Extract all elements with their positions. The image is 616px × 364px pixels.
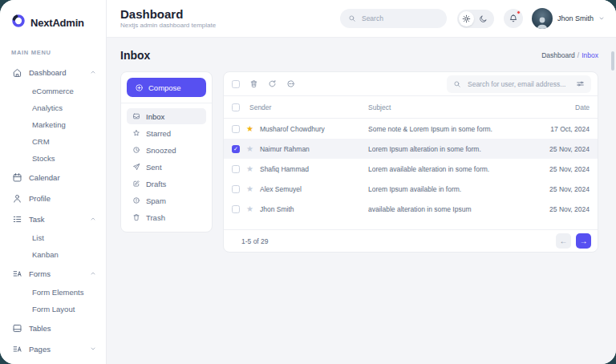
star-icon[interactable]: ★ bbox=[246, 125, 253, 133]
dark-mode-moon-icon[interactable] bbox=[474, 14, 492, 23]
star-icon[interactable]: ★ bbox=[246, 145, 253, 153]
task-icon bbox=[12, 214, 22, 224]
folder-trash[interactable]: Trash bbox=[127, 209, 206, 225]
mail-date: 25 Nov, 2024 bbox=[527, 165, 590, 173]
chevron-up-icon bbox=[90, 270, 96, 277]
sidebar-item-dashboard[interactable]: Dashboard bbox=[0, 62, 106, 83]
theme-toggle[interactable] bbox=[457, 10, 494, 28]
filter-sliders-icon[interactable] bbox=[576, 79, 585, 88]
tables-icon bbox=[12, 323, 22, 334]
sender-name: Naimur Rahman bbox=[260, 145, 310, 153]
sender-name: Jhon Smith bbox=[260, 205, 294, 213]
mail-folders-card: Compose Inbox Starred Snoozed bbox=[120, 71, 213, 233]
breadcrumb-separator: / bbox=[578, 51, 579, 59]
content-area: Inbox Dashboard/Inbox Compose Inbox bbox=[107, 38, 616, 364]
breadcrumb: Dashboard/Inbox bbox=[541, 51, 598, 59]
row-checkbox[interactable] bbox=[232, 185, 240, 193]
mail-search-input[interactable] bbox=[466, 79, 571, 89]
sidebar-item-profile[interactable]: Profile bbox=[0, 188, 106, 208]
app-title: Dashboard bbox=[120, 8, 216, 20]
folder-inbox[interactable]: Inbox bbox=[127, 108, 206, 124]
star-icon[interactable]: ★ bbox=[246, 185, 253, 193]
row-checkbox[interactable]: ✓ bbox=[232, 145, 240, 153]
page-title: Inbox bbox=[120, 49, 150, 62]
spacer bbox=[224, 219, 598, 229]
folder-sent[interactable]: Sent bbox=[127, 159, 206, 175]
chevron-up-icon bbox=[90, 216, 96, 222]
inbox-icon bbox=[132, 112, 140, 120]
search-icon bbox=[348, 14, 356, 22]
mail-date: 25 Nov, 2024 bbox=[527, 145, 590, 153]
breadcrumb-dashboard-link[interactable]: Dashboard bbox=[541, 51, 575, 59]
notification-dot bbox=[517, 10, 521, 14]
column-sender: Sender bbox=[249, 103, 271, 111]
sidebar-item-form-elements[interactable]: Form Elements bbox=[0, 284, 106, 301]
brand-logo-icon bbox=[11, 14, 26, 31]
sidebar-item-list[interactable]: List bbox=[0, 229, 106, 246]
search-icon bbox=[453, 80, 461, 88]
notifications-button[interactable] bbox=[504, 9, 523, 28]
compose-button[interactable]: Compose bbox=[127, 78, 206, 97]
plus-circle-icon bbox=[135, 83, 144, 92]
sidebar-item-stocks[interactable]: Stocks bbox=[0, 150, 106, 167]
sidebar-item-tables[interactable]: Tables bbox=[0, 317, 106, 338]
sidebar-section-label: MAIN MENU bbox=[11, 49, 95, 56]
sidebar-item-marketing[interactable]: Marketing bbox=[0, 116, 106, 133]
header-checkbox[interactable] bbox=[232, 103, 240, 111]
row-checkbox[interactable] bbox=[232, 165, 240, 173]
sidebar-item-analytics[interactable]: Analytics bbox=[0, 99, 106, 116]
mail-table-header: Sender Subject Date bbox=[224, 96, 598, 119]
avatar bbox=[532, 8, 553, 29]
more-options-icon[interactable] bbox=[286, 79, 295, 88]
user-menu[interactable]: Jhon Smith bbox=[532, 8, 605, 29]
prev-page-button[interactable]: ← bbox=[556, 233, 571, 249]
column-date: Date bbox=[527, 103, 590, 111]
star-icon bbox=[132, 129, 140, 137]
sidebar-item-task[interactable]: Task bbox=[0, 208, 106, 229]
sidebar-item-pages[interactable]: Pages bbox=[0, 338, 106, 359]
sidebar-item-kanban[interactable]: Kanban bbox=[0, 246, 106, 263]
sidebar-item-crm[interactable]: CRM bbox=[0, 133, 106, 150]
mail-row[interactable]: ★ Shafiq Hammad Lorem available alterati… bbox=[224, 159, 598, 179]
mail-row[interactable]: ✓ ★ Naimur Rahman Lorem Ipsum alteration… bbox=[224, 139, 598, 159]
row-checkbox[interactable] bbox=[232, 125, 240, 133]
star-icon[interactable]: ★ bbox=[246, 205, 253, 213]
scrollbar-thumb[interactable] bbox=[611, 51, 614, 71]
row-checkbox[interactable] bbox=[232, 205, 240, 213]
folder-spam[interactable]: Spam bbox=[127, 192, 206, 208]
global-search-input[interactable] bbox=[360, 14, 439, 23]
main-area: Dashboard Nextjs admin dashboard templat… bbox=[107, 0, 616, 364]
delete-icon[interactable] bbox=[249, 79, 258, 88]
mail-row[interactable]: ★ Alex Semuyel Lorem Ipsum available in … bbox=[224, 179, 598, 199]
refresh-icon[interactable] bbox=[268, 79, 277, 88]
mail-date: 25 Nov, 2024 bbox=[527, 185, 590, 193]
app-header-title-block: Dashboard Nextjs admin dashboard templat… bbox=[120, 8, 216, 29]
column-subject: Subject bbox=[368, 103, 527, 111]
next-page-button[interactable]: → bbox=[576, 233, 591, 249]
brand-logo[interactable]: NextAdmin bbox=[0, 12, 106, 31]
top-bar: Dashboard Nextjs admin dashboard templat… bbox=[107, 0, 616, 38]
draft-pencil-icon bbox=[132, 180, 140, 188]
pages-icon bbox=[12, 344, 22, 354]
mail-row[interactable]: ★ Musharof Chowdhury Some note & Lorem I… bbox=[224, 119, 598, 139]
mail-subject: Some note & Lorem Ipsum in some form. bbox=[368, 125, 527, 133]
folder-drafts[interactable]: Drafts bbox=[127, 176, 206, 192]
select-all-checkbox[interactable] bbox=[232, 80, 240, 88]
star-icon[interactable]: ★ bbox=[246, 165, 253, 173]
mail-subject: available alteration in some Ipsum bbox=[368, 205, 527, 213]
mail-subject: Lorem Ipsum alteration in some form. bbox=[368, 145, 527, 153]
sender-name: Musharof Chowdhury bbox=[260, 125, 325, 133]
mail-row[interactable]: ★ Jhon Smith available alteration in som… bbox=[224, 199, 598, 219]
folder-starred[interactable]: Starred bbox=[127, 125, 206, 141]
sidebar-item-ecommerce[interactable]: eCommerce bbox=[0, 83, 106, 99]
sidebar-item-forms[interactable]: Forms bbox=[0, 263, 106, 284]
alert-circle-icon bbox=[132, 196, 140, 204]
sidebar-item-calendar[interactable]: Calendar bbox=[0, 167, 106, 188]
folder-snoozed[interactable]: Snoozed bbox=[127, 142, 206, 158]
light-mode-sun-icon[interactable] bbox=[459, 11, 474, 26]
sidebar-item-form-layout[interactable]: Form Layout bbox=[0, 301, 106, 317]
mail-date: 25 Nov, 2024 bbox=[527, 205, 590, 213]
chevron-up-icon bbox=[90, 69, 96, 75]
sender-name: Shafiq Hammad bbox=[260, 165, 309, 173]
profile-icon bbox=[12, 193, 22, 204]
